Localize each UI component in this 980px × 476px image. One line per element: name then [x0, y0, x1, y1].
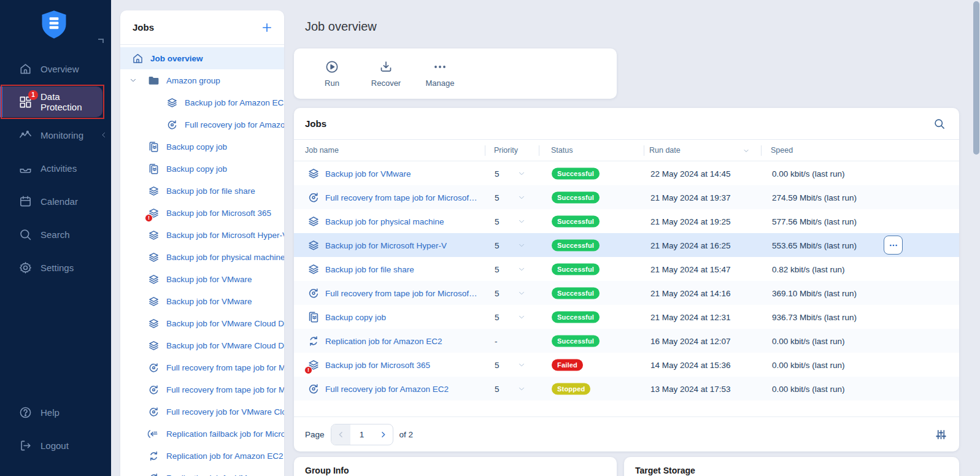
- prev-page-button[interactable]: [331, 424, 350, 445]
- recover-button[interactable]: Recover: [359, 60, 413, 88]
- speed-value: 553.65 Mbit/s (last run): [772, 240, 857, 250]
- priority-value: 5: [495, 264, 500, 274]
- job-name-link[interactable]: Backup job for file share: [325, 264, 414, 274]
- tree-item-replication-failback-job-for-microsof[interactable]: Replication failback job for Microsof: [120, 423, 284, 445]
- job-name-link[interactable]: Full recovery from tape job for Microsof…: [325, 193, 479, 202]
- column-header-priority[interactable]: Priority: [494, 146, 518, 155]
- job-name-link[interactable]: Backup job for Microsoft Hyper-V: [325, 240, 447, 250]
- scrollbar-thumb[interactable]: [973, 1, 979, 155]
- priority-dropdown-chevron-icon[interactable]: [517, 217, 526, 226]
- job-name-link[interactable]: Backup job for VMware: [325, 169, 411, 178]
- manage-button[interactable]: Manage: [413, 60, 467, 88]
- priority-dropdown-chevron-icon[interactable]: [517, 265, 526, 274]
- status-badge: Successful: [552, 287, 600, 299]
- job-name-link[interactable]: Full recovery from tape job for Microsof…: [325, 288, 479, 298]
- tree-item-job-overview[interactable]: Job overview: [120, 47, 284, 69]
- speed-value: 274.59 Mbit/s (last run): [772, 193, 857, 202]
- expander-chevron-down-icon[interactable]: [129, 76, 137, 85]
- priority-dropdown-chevron-icon[interactable]: [517, 169, 526, 178]
- tree-item-full-recovery-from-tape-job-for-micr[interactable]: Full recovery from tape job for Micr: [120, 378, 284, 401]
- sidebar-item-settings[interactable]: Settings: [0, 251, 111, 284]
- tree-item-backup-copy-job[interactable]: Backup copy job: [120, 136, 284, 158]
- priority-dropdown-chevron-icon[interactable]: [517, 313, 526, 321]
- row-actions-button[interactable]: [884, 236, 903, 255]
- tree-item-backup-job-for-physical-machine[interactable]: Backup job for physical machine: [120, 246, 284, 268]
- sort-descending-chevron-icon[interactable]: [743, 147, 750, 155]
- column-header-run-date[interactable]: Run date: [649, 146, 681, 155]
- job-name-link[interactable]: Backup job for physical machine: [325, 217, 444, 226]
- tree-item-backup-copy-job[interactable]: Backup copy job: [120, 158, 284, 180]
- job-name-link[interactable]: Replication job for Amazon EC2: [325, 336, 442, 345]
- priority-dropdown-chevron-icon[interactable]: [517, 193, 526, 202]
- sidebar-item-search[interactable]: Search: [0, 218, 111, 251]
- table-row[interactable]: Backup job for physical machine 5 Succes…: [294, 209, 959, 233]
- backup-icon: [166, 96, 179, 109]
- status-badge: Successful: [552, 335, 600, 347]
- run-button[interactable]: Run: [305, 60, 359, 88]
- job-name-link[interactable]: Backup job for Microsoft 365: [325, 360, 430, 369]
- tree-item-backup-job-for-file-share[interactable]: Backup job for file share: [120, 180, 284, 202]
- table-row[interactable]: Replication job for Amazon EC2 - Success…: [294, 329, 959, 353]
- priority-value: 5: [495, 312, 500, 321]
- tree-item-backup-job-for-vmware-cloud-direc[interactable]: Backup job for VMware Cloud Direc: [120, 334, 284, 356]
- toolbar: Run Recover Manage: [294, 48, 617, 99]
- calendar-icon: [18, 194, 33, 209]
- chevron-left-icon: [337, 431, 345, 439]
- run-date-value: 21 May 2024 at 15:47: [650, 264, 731, 274]
- sidebar-item-data-protection[interactable]: 1 Data Protection: [0, 86, 102, 117]
- tree-item-replication-job-for-vmware[interactable]: Replication job for VMware: [120, 467, 284, 476]
- next-page-button[interactable]: [374, 424, 393, 445]
- table-row[interactable]: Backup copy job 5 Successful 21 May 2024…: [294, 305, 959, 329]
- table-search-icon[interactable]: [933, 118, 946, 130]
- add-job-button[interactable]: [261, 21, 273, 34]
- tree-item-full-recovery-job-for-vmware-cloud[interactable]: Full recovery job for VMware Cloud: [120, 401, 284, 423]
- group-info-card: Group Info: [294, 457, 617, 476]
- priority-dropdown-chevron-icon[interactable]: [517, 361, 526, 369]
- table-row[interactable]: Full recovery from tape job for Microsof…: [294, 281, 959, 305]
- tree-item-full-recovery-from-tape-job-for-micr[interactable]: Full recovery from tape job for Micr: [120, 356, 284, 378]
- tree-item-full-recovery-job-for-amazon-e[interactable]: Full recovery job for Amazon E: [120, 113, 284, 136]
- collapse-chevron-icon[interactable]: [100, 131, 107, 139]
- page-number-input[interactable]: 1: [350, 430, 374, 439]
- tree-item-backup-job-for-microsoft-365[interactable]: ! Backup job for Microsoft 365: [120, 202, 284, 224]
- tree-item-backup-job-for-microsoft-hyper-v[interactable]: Backup job for Microsoft Hyper-V: [120, 224, 284, 246]
- sidebar-resize-mark-icon: [98, 39, 104, 43]
- table-row[interactable]: Full recovery from tape job for Microsof…: [294, 185, 959, 209]
- sidebar-item-logout[interactable]: Logout: [0, 429, 111, 462]
- priority-value: 5: [495, 384, 500, 393]
- sidebar-item-calendar[interactable]: Calendar: [0, 185, 111, 218]
- table-row[interactable]: Full recovery job for Amazon EC2 5 Stopp…: [294, 377, 959, 401]
- priority-dropdown-chevron-icon[interactable]: [517, 385, 526, 393]
- sidebar-item-overview[interactable]: Overview: [0, 52, 111, 85]
- job-name-link[interactable]: Backup copy job: [325, 312, 386, 321]
- table-settings-sliders-icon[interactable]: [935, 429, 947, 440]
- sidebar-item-activities[interactable]: Activities: [0, 152, 111, 185]
- column-header-speed[interactable]: Speed: [771, 146, 793, 155]
- column-header-status[interactable]: Status: [551, 146, 573, 155]
- priority-dropdown-chevron-icon[interactable]: [517, 289, 526, 298]
- tree-item-amazon-group[interactable]: Amazon group: [120, 69, 284, 91]
- job-name-link[interactable]: Full recovery job for Amazon EC2: [325, 384, 449, 393]
- jobs-tree-header: Jobs: [120, 10, 284, 45]
- backup-icon: [307, 215, 320, 228]
- page-scrollbar: [972, 0, 979, 476]
- sidebar-item-help[interactable]: Help: [0, 396, 111, 429]
- table-row[interactable]: ! Backup job for Microsoft 365 5 Failed …: [294, 353, 959, 377]
- jobs-tree-title: Jobs: [133, 22, 154, 33]
- bottom-cards: Group Info Target Storage: [294, 457, 959, 476]
- tree-item-replication-job-for-amazon-ec2[interactable]: Replication job for Amazon EC2: [120, 445, 284, 467]
- backup-icon: [147, 229, 160, 242]
- plus-icon: [261, 21, 273, 34]
- sidebar-item-monitoring[interactable]: Monitoring: [0, 118, 111, 152]
- column-header-job-name[interactable]: Job name: [305, 146, 339, 155]
- settings-icon: [18, 261, 33, 275]
- table-row[interactable]: Backup job for file share 5 Successful 2…: [294, 257, 959, 281]
- table-row[interactable]: Backup job for Microsoft Hyper-V 5 Succe…: [294, 233, 959, 257]
- tree-item-backup-job-for-vmware[interactable]: Backup job for VMware: [120, 290, 284, 312]
- status-badge: Successful: [552, 263, 600, 275]
- table-row[interactable]: Backup job for VMware 5 Successful 22 Ma…: [294, 161, 959, 185]
- tree-item-backup-job-for-vmware-cloud-direc[interactable]: Backup job for VMware Cloud Direc: [120, 312, 284, 334]
- priority-dropdown-chevron-icon[interactable]: [517, 241, 526, 250]
- tree-item-backup-job-for-vmware[interactable]: Backup job for VMware: [120, 268, 284, 290]
- tree-item-backup-job-for-amazon-ec2[interactable]: Backup job for Amazon EC2: [120, 91, 284, 113]
